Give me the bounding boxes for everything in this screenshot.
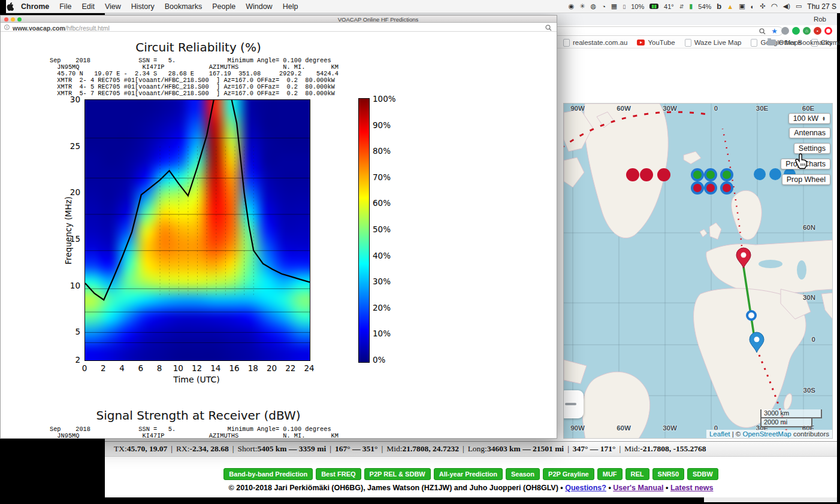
menu-file[interactable]: File — [59, 2, 71, 11]
world-map[interactable] — [564, 104, 833, 439]
zoom-page-icon[interactable] — [545, 25, 552, 31]
gauge-icon[interactable]: ◔ — [602, 3, 606, 10]
window-manager-icon[interactable]: ▣ — [739, 2, 745, 10]
antennas-button[interactable]: Antennas — [789, 127, 830, 138]
bookmark-star-icon[interactable]: ★ — [771, 27, 778, 35]
popup-title-bar[interactable]: VOACAP Online HF Predictions — [1, 16, 557, 23]
site-info-icon[interactable]: i — [4, 25, 10, 30]
status-separator: | — [564, 444, 573, 454]
y-axis-label: Frequency (MHz) — [64, 192, 73, 269]
close-button[interactable] — [4, 17, 8, 22]
status-label: Mid: — [624, 444, 640, 454]
select-arrows-icon: ▲▼ — [822, 116, 826, 121]
bullet: • — [664, 484, 670, 492]
dropbox-icon[interactable]: ✳ — [579, 2, 585, 10]
folder-icon — [768, 40, 776, 45]
bookmark-item[interactable]: realestate.com.au — [563, 39, 627, 47]
footer-button-sdbw[interactable]: SDBW — [687, 468, 718, 480]
warning-icon[interactable]: ▲ — [727, 3, 733, 10]
footer-button-all-year-prediction[interactable]: All-year Prediction — [434, 468, 503, 480]
osm-link[interactable]: OpenStreetMap — [743, 430, 791, 438]
bookmark-label: realestate.com.au — [573, 39, 627, 46]
menu-bookmarks[interactable]: Bookmarks — [165, 2, 203, 11]
header-line: JN95MQ KI47IP AZIMUTHS N. MI. KM — [50, 433, 339, 439]
bookmark-item[interactable]: Waze Live Map — [685, 39, 742, 47]
footer-button-best-freq[interactable]: Best FREQ — [316, 468, 361, 480]
zoom-button[interactable] — [17, 17, 22, 22]
midpoint-marker[interactable] — [747, 311, 756, 320]
extension-icon-2[interactable] — [792, 27, 800, 35]
leaflet-map[interactable]: 90W60W30W030E60E 90W60W30W030E60E 60N30N… — [563, 103, 833, 439]
x-tick-label: 8 — [157, 363, 162, 373]
extension-home-icon[interactable]: ⌂ — [803, 27, 811, 35]
x-tick-label: 6 — [138, 363, 143, 373]
window-title: VOACAP Online HF Predictions — [270, 16, 486, 23]
extension-icon-3[interactable]: • — [814, 27, 821, 35]
prop-wheel-button[interactable]: Prop Wheel — [782, 174, 830, 185]
istat-widget[interactable]: ▮▮ — [649, 4, 658, 9]
other-bookmarks[interactable]: Other Bookmarks — [768, 39, 832, 46]
bookmark-item[interactable]: YouTube — [637, 39, 675, 46]
lat-label: 30S — [803, 387, 815, 394]
power-select[interactable]: 100 kW ▲▼ — [788, 113, 830, 124]
menu-window[interactable]: Window — [246, 2, 272, 11]
footer-button-snr50[interactable]: SNR50 — [652, 468, 684, 480]
footer-button-p2p-rel-sdbw[interactable]: P2P REL & SDBW — [364, 468, 431, 480]
minimize-button[interactable] — [11, 17, 15, 22]
display-icon[interactable]: ▭ — [796, 2, 802, 10]
zoom-out-icon — [565, 403, 576, 405]
y-tick-label: 2 — [62, 355, 80, 365]
status-separator: | — [326, 444, 335, 454]
lon-label: 60E — [802, 105, 814, 112]
popup-address-bar[interactable]: i www.voacap.com/hfbc/result.html — [1, 23, 557, 32]
volume-icon[interactable]: ◀) — [783, 2, 790, 10]
bitwarden-icon[interactable]: b — [717, 2, 721, 11]
fan-icon[interactable]: ✣ — [760, 2, 765, 10]
footer-button-p2p-grayline[interactable]: P2P Grayline — [543, 468, 594, 480]
chrome-profile-name[interactable]: Rob — [814, 16, 826, 23]
colorbar-label: 50% — [373, 224, 391, 234]
menu-help[interactable]: Help — [283, 2, 298, 11]
wifi-icon[interactable]: ◠ — [770, 2, 777, 11]
map-zoom-control[interactable] — [563, 390, 584, 418]
battery-low-icon[interactable]: ▯ — [623, 4, 626, 10]
battery-icon[interactable]: ▮ — [689, 2, 693, 10]
camera-icon[interactable]: ◉ — [569, 2, 575, 10]
status-value: -21.7808, -155.2768 — [640, 444, 706, 454]
reliability-markers-green-ringed[interactable] — [692, 169, 732, 180]
footer-link[interactable]: Questions? — [565, 484, 606, 492]
menu-view[interactable]: View — [105, 2, 121, 11]
menubar-clock[interactable]: Thu 27 S — [807, 2, 836, 11]
x-tick-label: 10 — [173, 363, 183, 373]
menu-edit[interactable]: Edit — [81, 2, 95, 11]
page-icon — [685, 39, 691, 47]
grid-icon[interactable]: ▦ — [611, 2, 617, 10]
colorbar-label: 40% — [373, 251, 391, 260]
battery-percent[interactable]: 54% — [698, 3, 711, 10]
toggle-icon[interactable]: ◐ — [751, 3, 755, 10]
footer-button-muf[interactable]: MUF — [597, 468, 623, 480]
status-label: Short: — [237, 444, 257, 454]
footer-link[interactable]: User's Manual — [613, 484, 663, 492]
footer-button-season[interactable]: Season — [506, 468, 540, 480]
footer-link[interactable]: Latest news — [670, 484, 714, 492]
extension-icon-1[interactable] — [781, 27, 789, 35]
temperature-reading[interactable]: 41° — [664, 3, 674, 10]
search-icon[interactable] — [759, 28, 766, 35]
menu-chrome[interactable]: Chrome — [21, 2, 49, 11]
menu-history[interactable]: History — [131, 2, 155, 11]
voacap-result-window[interactable]: VOACAP Online HF Predictions i www.voaca… — [0, 15, 557, 439]
footer-button-rel[interactable]: REL — [626, 468, 649, 480]
network-rate-icon[interactable]: ⇵ — [679, 4, 684, 10]
bookmark-label: YouTube — [648, 39, 675, 46]
apple-icon[interactable] — [6, 2, 14, 11]
battery-low-percent[interactable]: 10% — [631, 3, 644, 10]
extension-icon-4[interactable] — [824, 27, 832, 35]
reliability-markers-red[interactable] — [626, 168, 670, 181]
menu-people[interactable]: People — [212, 2, 235, 11]
app-icon[interactable]: ◍ — [591, 2, 597, 10]
footer-button-band-by-band-prediction[interactable]: Band-by-band Prediction — [223, 468, 313, 480]
header-line: XMTR 5- 7 REC705 #01[voaant/HFBC_218.S00… — [50, 90, 335, 97]
reliability-markers-red-ringed[interactable] — [692, 183, 732, 193]
leaflet-link[interactable]: Leaflet — [709, 430, 730, 438]
